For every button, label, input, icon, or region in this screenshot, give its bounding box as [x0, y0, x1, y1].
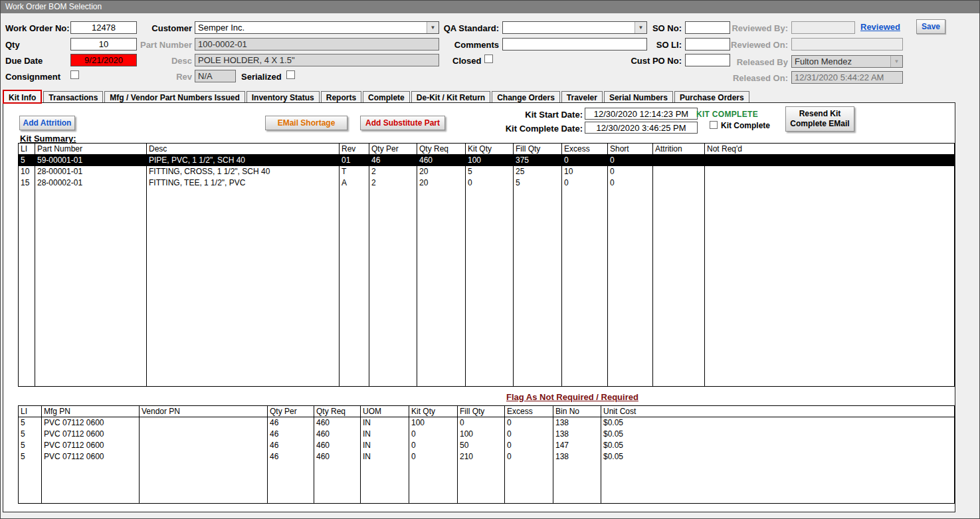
column-header: Vendor PN	[140, 406, 268, 417]
column-header: Excess	[562, 144, 608, 155]
consignment-checkbox[interactable]	[70, 70, 79, 79]
table-row[interactable]: 1528-00002-01FITTING, TEE, 1 1/2", PVCA2…	[19, 177, 955, 189]
kit-complete-status: KIT COMPLETE	[696, 110, 758, 119]
column-header: Qty Req	[417, 144, 466, 155]
column-header: Fill Qty	[458, 406, 505, 417]
column-header: Qty Per	[369, 144, 417, 155]
table-row[interactable]: 5PVC 07112 060046460IN10000138$0.05	[19, 417, 955, 429]
qa-standard-label: QA Standard:	[426, 23, 499, 33]
chevron-down-icon: ▼	[890, 56, 902, 67]
kit-complete-date-field[interactable]: 12/30/2020 3:46:25 PM	[585, 122, 698, 134]
table-empty-area	[19, 189, 955, 387]
kit-info-panel: Add Attrition EMail Shortage Add Substit…	[3, 102, 955, 512]
column-header: Kit Qty	[409, 406, 458, 417]
closed-checkbox[interactable]	[484, 54, 493, 63]
customer-select[interactable]: Semper Inc. ▼	[195, 21, 439, 34]
column-header: Mfg PN	[42, 406, 140, 417]
column-header: Not Req'd	[705, 144, 955, 155]
reviewed-link[interactable]: Reviewed	[860, 22, 900, 32]
table-row[interactable]: 5PVC 07112 060046460IN01000138$0.05	[19, 429, 955, 440]
column-header: UOM	[361, 406, 409, 417]
released-on-label: Released On:	[718, 73, 788, 83]
column-header: Excess	[505, 406, 553, 417]
reviewed-by-field	[791, 21, 855, 34]
tab-kit-info[interactable]: Kit Info	[3, 90, 42, 104]
table-empty-area	[19, 463, 955, 504]
kit-complete-checkbox[interactable]	[710, 121, 718, 129]
kit-start-date-label: Kit Start Date:	[442, 110, 583, 120]
qty-label: Qty	[5, 40, 20, 50]
rev-label: Rev	[107, 72, 192, 82]
email-shortage-button[interactable]: EMail Shortage	[265, 116, 347, 130]
so-li-label: SO LI:	[619, 40, 682, 50]
consignment-label: Consignment	[5, 72, 60, 82]
kit-start-date-field[interactable]: 12/30/2020 12:14:23 PM	[585, 108, 698, 120]
tab-bar: Kit Info Transactions Mfg / Vendor Part …	[3, 90, 749, 104]
table-row[interactable]: 5PVC 07112 060046460IN02100138$0.05	[19, 451, 955, 463]
title-bar: Work Order BOM Selection	[1, 1, 979, 13]
kit-summary-table[interactable]: LIPart NumberDescRevQty PerQty ReqKit Qt…	[18, 143, 955, 387]
column-header: Qty Per	[268, 406, 314, 417]
desc-field: POLE HOLDER, 4 X 1.5"	[195, 54, 439, 66]
column-header: Kit Qty	[466, 144, 514, 155]
column-header: Qty Req	[314, 406, 361, 417]
window-title: Work Order BOM Selection	[5, 2, 102, 11]
column-header: LI	[19, 406, 42, 417]
table-row[interactable]: 1028-00001-01FITTING, CROSS, 1 1/2", SCH…	[19, 166, 955, 177]
add-attrition-button[interactable]: Add Attrition	[19, 116, 75, 130]
part-number-field: 100-0002-01	[195, 38, 439, 51]
column-header: Bin No	[553, 406, 601, 417]
add-substitute-part-button[interactable]: Add Substitute Part	[360, 116, 445, 130]
save-button[interactable]: Save	[916, 19, 945, 34]
reviewed-on-field	[791, 38, 903, 51]
column-header: Attrition	[653, 144, 705, 155]
work-order-no-label: Work Order No:	[5, 23, 70, 33]
released-by-label: Released By	[718, 57, 788, 67]
column-header: LI	[19, 144, 35, 155]
kit-complete-checkbox-label: Kit Complete	[721, 121, 770, 130]
reviewed-on-label: Reviewed On:	[718, 40, 788, 50]
desc-label: Desc	[107, 56, 192, 66]
table-row[interactable]: 5PVC 07112 060046460IN0500147$0.05	[19, 440, 955, 451]
cust-po-no-label: Cust PO No:	[619, 56, 682, 66]
table-header-row: LIPart NumberDescRevQty PerQty ReqKit Qt…	[19, 144, 955, 155]
column-header: Unit Cost	[601, 406, 955, 417]
released-by-select: Fulton Mendez ▼	[791, 55, 903, 68]
serialized-label: Serialized	[241, 72, 282, 82]
rev-field: N/A	[195, 70, 236, 82]
column-header: Rev	[340, 144, 369, 155]
part-number-label: Part Number	[107, 40, 192, 50]
closed-label: Closed	[452, 56, 481, 66]
column-header: Desc	[147, 144, 340, 155]
flag-not-required-link[interactable]: Flag As Not Required / Required	[506, 392, 638, 402]
table-row[interactable]: 559-00001-01PIPE, PVC, 1 1/2", SCH 40014…	[19, 155, 955, 166]
column-header: Short	[608, 144, 653, 155]
customer-label: Customer	[107, 23, 192, 33]
comments-label: Comments	[426, 40, 499, 50]
reviewed-by-label: Reviewed By:	[718, 23, 788, 33]
kit-complete-date-label: Kit Complete Date:	[442, 124, 583, 134]
mfg-vendor-detail-table[interactable]: LIMfg PNVendor PNQty PerQty ReqUOMKit Qt…	[18, 405, 955, 504]
released-by-value: Fulton Mendez	[792, 56, 890, 66]
serialized-checkbox[interactable]	[286, 70, 295, 79]
so-no-label: SO No:	[619, 23, 682, 33]
customer-value: Semper Inc.	[195, 23, 427, 33]
due-date-label: Due Date	[5, 56, 43, 66]
app-window: Work Order BOM Selection Work Order No: …	[0, 0, 980, 519]
column-header: Part Number	[35, 144, 147, 155]
resend-kit-complete-email-button[interactable]: Resend Kit Complete EMail	[785, 106, 854, 132]
released-on-field: 12/31/2020 5:44:22 AM	[791, 71, 903, 84]
column-header: Fill Qty	[514, 144, 562, 155]
table-header-row: LIMfg PNVendor PNQty PerQty ReqUOMKit Qt…	[19, 406, 955, 417]
kit-summary-label: Kit Summary:	[20, 134, 76, 144]
